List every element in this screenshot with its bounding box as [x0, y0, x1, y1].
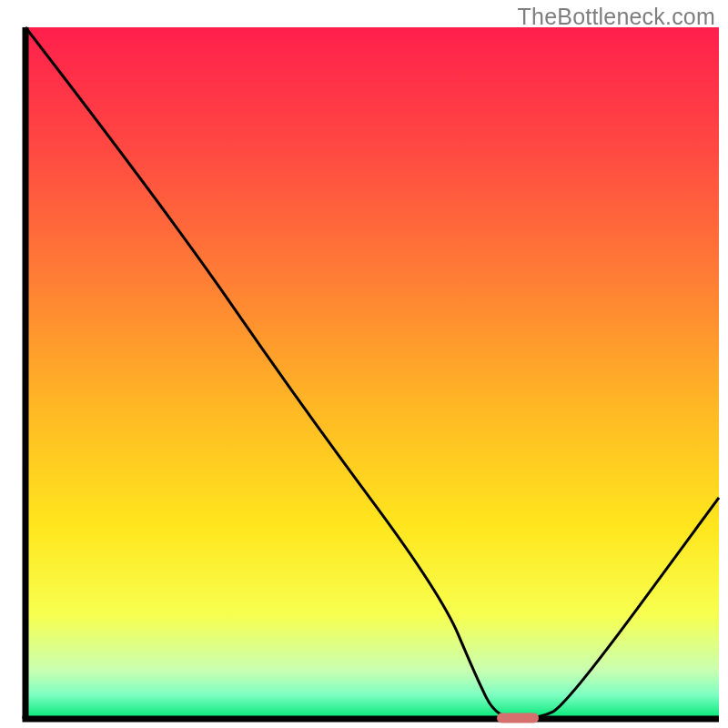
bottleneck-marker — [497, 713, 539, 723]
bottleneck-chart — [0, 0, 728, 728]
plot-background — [25, 27, 719, 719]
watermark-text: TheBottleneck.com — [518, 4, 715, 30]
